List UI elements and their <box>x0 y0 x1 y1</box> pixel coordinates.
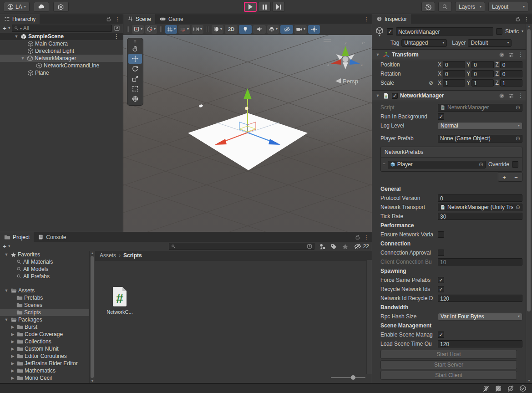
scroll-down-icon[interactable]: ▼ <box>90 379 95 383</box>
add-element-button[interactable]: + <box>502 174 506 181</box>
protocol-version-field[interactable]: 0 <box>438 194 522 202</box>
layout-dropdown[interactable]: Layout ▾ <box>488 2 528 12</box>
tool-handle-position-button[interactable]: ▾ <box>132 25 144 34</box>
start-host-button[interactable]: Start Host <box>380 350 517 359</box>
gizmo-center[interactable] <box>343 56 349 62</box>
package-custom-nunit[interactable]: ▶ Custom NUnit <box>0 345 89 352</box>
breadcrumb-current[interactable]: Scripts <box>123 252 142 259</box>
run-in-background-checkbox[interactable]: ✓ <box>438 113 444 120</box>
hierarchy-item-networkmanager[interactable]: ▼ NetworkManager <box>0 55 123 62</box>
create-button[interactable]: + <box>3 25 6 31</box>
hierarchy-item-plane[interactable]: Plane <box>0 69 123 77</box>
debugger-disabled-icon[interactable] <box>482 385 490 392</box>
favorites-filter-icon[interactable] <box>342 243 349 250</box>
version-control-button[interactable] <box>53 2 69 12</box>
foldout-closed-icon[interactable]: ▶ <box>10 332 15 337</box>
tick-rate-field[interactable]: 30 <box>438 213 522 220</box>
package-mathematics[interactable]: ▶ Mathematics <box>0 367 89 374</box>
log-level-dropdown[interactable]: Normal▾ <box>438 122 522 130</box>
override-checkbox[interactable] <box>512 161 518 168</box>
layers-dropdown[interactable]: Layers ▾ <box>455 2 485 12</box>
rotation-y-field[interactable]: 0 <box>471 70 494 77</box>
gameobject-icon[interactable]: ▾ <box>375 26 384 37</box>
search-by-label-icon[interactable] <box>330 243 337 250</box>
rect-tool-button[interactable] <box>128 84 142 94</box>
panel-menu-icon[interactable]: ⋮ <box>364 16 369 22</box>
foldout-open-icon[interactable]: ▼ <box>4 288 9 293</box>
fav-all-models[interactable]: All Models <box>0 265 89 273</box>
fav-all-prefabs[interactable]: All Prefabs <box>0 273 89 280</box>
transform-tool-button[interactable] <box>128 94 142 104</box>
static-dropdown-icon[interactable]: ▾ <box>522 30 523 33</box>
foldout-open-icon[interactable]: ▼ <box>4 317 9 322</box>
scene-menu-icon[interactable]: ⋮ <box>114 34 123 39</box>
package-jetbrains-rider[interactable]: ▶ JetBrains Rider Editor <box>0 360 89 367</box>
rpc-hash-size-dropdown[interactable]: Var Int Four Bytes▾ <box>438 313 522 321</box>
folder-prefabs[interactable]: Prefabs <box>0 294 89 301</box>
step-button[interactable] <box>272 2 285 12</box>
object-picker-icon[interactable]: ⊙ <box>515 204 521 210</box>
tab-game[interactable]: Game <box>155 14 187 24</box>
2d-toggle-button[interactable]: 2D <box>225 25 238 34</box>
progress-idle-icon[interactable] <box>519 385 527 392</box>
help-icon[interactable] <box>499 52 505 58</box>
scale-tool-button[interactable] <box>128 74 142 84</box>
presets-icon[interactable] <box>508 52 514 58</box>
drag-handle-icon[interactable]: = <box>383 162 385 167</box>
constrain-proportions-icon[interactable]: ⊘ <box>429 80 436 86</box>
foldout-closed-icon[interactable]: ▶ <box>10 376 15 380</box>
foldout-open-icon[interactable]: ▼ <box>375 52 380 57</box>
player-prefab-object-field[interactable]: None (Game Object) ⊙ <box>438 135 522 143</box>
effects-button[interactable]: ▾ <box>267 25 279 34</box>
package-burst[interactable]: ▶ Burst <box>0 323 89 331</box>
tab-project[interactable]: Project <box>0 232 34 242</box>
foldout-open-icon[interactable]: ▼ <box>375 93 380 98</box>
foldout-closed-icon[interactable]: ▶ <box>10 354 15 358</box>
recycle-network-ids-checkbox[interactable]: ✓ <box>438 286 444 292</box>
component-enabled-checkbox[interactable]: ✓ <box>392 93 398 99</box>
connection-approval-checkbox[interactable] <box>438 250 444 256</box>
tool-handle-rotation-button[interactable]: ▾ <box>145 25 157 34</box>
networkmanager-component-header[interactable]: ▼ ✓ NetworkManager ⋮ <box>372 90 526 101</box>
fav-all-materials[interactable]: All Materials <box>0 258 89 265</box>
favorites-row[interactable]: ▼ Favorites <box>0 251 89 258</box>
active-checkbox[interactable]: ✓ <box>387 28 393 35</box>
package-code-coverage[interactable]: ▶ Code Coverage <box>0 331 89 338</box>
scene-visibility-button[interactable] <box>280 25 293 34</box>
play-button[interactable] <box>244 2 257 12</box>
tab-inspector[interactable]: Inspector <box>372 14 411 24</box>
assets-row[interactable]: ▼ Assets <box>0 287 89 294</box>
chevron-down-icon[interactable]: ▾ <box>8 26 10 30</box>
tab-hierarchy[interactable]: Hierarchy <box>0 14 40 24</box>
network-id-recycle-delay-field[interactable]: 120 <box>438 295 522 302</box>
inspector-scrollbar[interactable]: ▲ ▼ <box>526 24 532 383</box>
foldout-closed-icon[interactable]: ▶ <box>10 339 15 344</box>
gameobject-name-field[interactable]: NetworkManager <box>396 27 493 36</box>
object-picker-icon[interactable]: ⊙ <box>515 135 521 142</box>
shading-mode-button[interactable]: ▾ <box>212 25 223 34</box>
hierarchy-item-networkcommandline[interactable]: NetworkCommandLine <box>0 62 123 69</box>
asset-zoom-slider[interactable] <box>331 375 365 380</box>
component-menu-icon[interactable]: ⋮ <box>518 52 523 57</box>
project-search-input[interactable] <box>169 243 314 250</box>
scale-y-field[interactable]: 1 <box>471 79 494 87</box>
panel-menu-icon[interactable]: ⋮ <box>524 16 529 22</box>
hand-tool-button[interactable] <box>128 44 142 54</box>
scroll-up-icon[interactable]: ▲ <box>90 251 95 255</box>
folder-scenes[interactable]: Scenes <box>0 301 89 309</box>
gizmos-button[interactable] <box>308 25 320 34</box>
account-button[interactable]: LA ▾ <box>4 2 30 12</box>
network-transport-object-field[interactable]: NetworkManager (Unity Tra ⊙ <box>438 204 522 211</box>
package-editor-coroutines[interactable]: ▶ Editor Coroutines <box>0 352 89 360</box>
foldout-closed-icon[interactable]: ▶ <box>10 361 15 366</box>
snap-increment-button[interactable]: ▾ <box>192 25 203 34</box>
scene-picker-icon[interactable] <box>114 25 120 31</box>
script-object-field[interactable]: NetworkManager ⊙ <box>438 104 522 112</box>
grid-visibility-button[interactable]: ▾ <box>165 25 177 34</box>
rotation-x-field[interactable]: 0 <box>443 70 465 77</box>
pause-button[interactable] <box>258 2 271 12</box>
breadcrumb-root[interactable]: Assets <box>100 252 116 259</box>
folder-scripts[interactable]: Scripts <box>0 309 89 316</box>
scale-z-field[interactable]: 1 <box>500 79 522 87</box>
ensure-network-variable-checkbox[interactable] <box>438 231 444 238</box>
